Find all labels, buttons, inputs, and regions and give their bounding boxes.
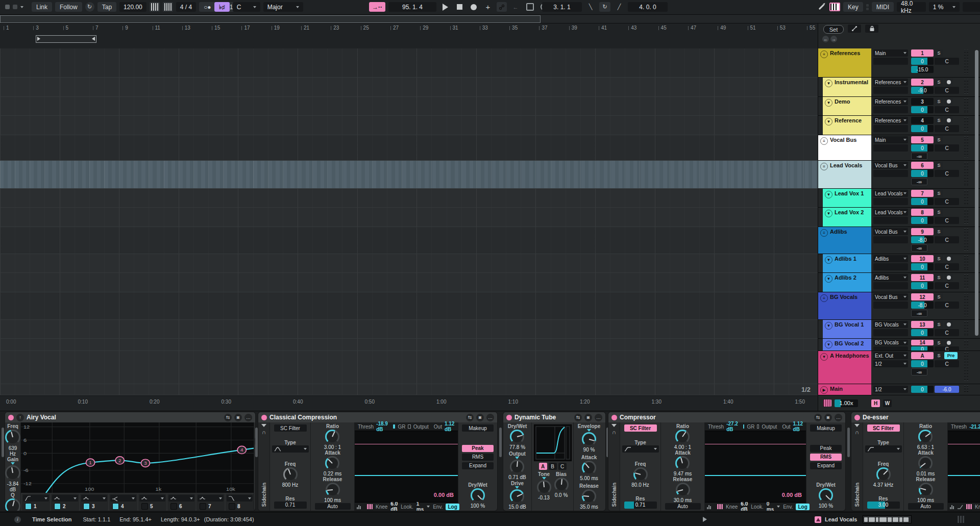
arm-button[interactable] bbox=[944, 117, 953, 124]
knee-value[interactable]: 6.0 dB bbox=[741, 501, 748, 511]
track-header-lead-vocals[interactable]: ≡Lead VocalsVocal Bus6S0C-∞ bbox=[818, 161, 980, 189]
volume-field[interactable]: 0 bbox=[911, 58, 934, 65]
output-channel-select[interactable] bbox=[873, 58, 908, 65]
activity-view-icon[interactable] bbox=[950, 504, 954, 509]
output-channel-select[interactable] bbox=[873, 106, 908, 113]
time-ruler[interactable]: 0:000:100:200:300:400:501:001:101:201:30… bbox=[0, 395, 818, 411]
track-activator[interactable]: 12 bbox=[911, 293, 934, 300]
mini-overview[interactable] bbox=[863, 515, 912, 523]
track-color-block[interactable]: ▼Demo bbox=[823, 97, 871, 115]
midi-map-button[interactable]: MIDI bbox=[872, 2, 894, 12]
track-header-instrumental[interactable]: ▼InstrumentalReferences2S-9.0C bbox=[818, 78, 980, 97]
tube-drive-value[interactable]: 15.0 dB bbox=[508, 504, 526, 510]
volume-field[interactable]: 0 bbox=[911, 360, 934, 367]
eq-gain-knob[interactable] bbox=[5, 465, 20, 481]
output-routing-select[interactable]: Main bbox=[873, 136, 908, 143]
track-name[interactable]: Vocal Bus bbox=[830, 137, 856, 143]
draw-mode-icon[interactable] bbox=[817, 2, 826, 12]
computer-midi-keyboard-icon[interactable] bbox=[829, 3, 840, 11]
track-fold-icon[interactable]: ▼ bbox=[825, 99, 832, 107]
track-name[interactable]: A Headphones bbox=[830, 353, 869, 359]
track-activator[interactable]: 10 bbox=[911, 255, 934, 262]
auto-release-toggle[interactable]: Auto bbox=[665, 503, 701, 510]
save-preset-icon[interactable]: ◙ bbox=[476, 414, 484, 421]
track-fold-icon[interactable]: ▼ bbox=[820, 353, 828, 361]
track-activator[interactable]: A bbox=[911, 352, 934, 359]
group-fold-icon[interactable]: ≡ bbox=[820, 137, 828, 145]
eq-display[interactable]: 1 2 3 4 1260-6-12 1001k10k bbox=[21, 422, 254, 493]
more-options-icon[interactable]: … bbox=[595, 414, 602, 421]
arm-button[interactable] bbox=[944, 274, 953, 281]
key-scale-select[interactable]: Major bbox=[263, 2, 303, 12]
eq-band-toggle[interactable] bbox=[112, 503, 119, 510]
track-name[interactable]: Lead Vox 2 bbox=[835, 209, 864, 215]
track-color-block[interactable]: ▼Adlibs 2 bbox=[823, 273, 871, 292]
track-fold-icon[interactable]: ▶ bbox=[820, 386, 828, 394]
save-preset-icon[interactable]: ◙ bbox=[824, 414, 832, 421]
back-to-arrangement-button[interactable]: →·· bbox=[369, 2, 385, 12]
track-color-block[interactable]: ▼BG Vocal 2 bbox=[823, 339, 871, 350]
eq-band-type-select[interactable] bbox=[198, 495, 224, 502]
hotswap-target-icon[interactable]: ↑ bbox=[16, 414, 24, 421]
stop-button[interactable] bbox=[454, 2, 465, 12]
pan-field[interactable]: C bbox=[935, 263, 959, 270]
eq-band-type-select[interactable] bbox=[52, 495, 78, 502]
track-fold-icon[interactable]: ▼ bbox=[825, 80, 832, 87]
env-mode-toggle[interactable]: Log bbox=[446, 504, 459, 510]
track-color-block[interactable]: ▼BG Vocal 1 bbox=[823, 320, 871, 338]
playback-speed-field[interactable]: 1.00x bbox=[835, 399, 858, 407]
eq-band-toggle[interactable] bbox=[229, 503, 235, 510]
tap-tempo-icon[interactable]: ↻ bbox=[85, 2, 94, 12]
rms-mode-button[interactable]: RMS bbox=[810, 454, 842, 461]
attack-value[interactable]: 9.47 ms bbox=[674, 471, 692, 477]
track-color-block[interactable]: ≡References bbox=[818, 48, 871, 77]
arm-button[interactable] bbox=[944, 79, 953, 86]
link-button[interactable]: Link bbox=[32, 2, 52, 12]
output-routing-select[interactable]: References bbox=[873, 98, 908, 105]
output-routing-select[interactable]: Lead Vocals bbox=[873, 190, 908, 197]
track-color-block[interactable]: ▼Lead Vox 1 bbox=[823, 189, 871, 207]
pan-field[interactable]: C bbox=[935, 87, 959, 94]
nudge-up-button[interactable] bbox=[163, 2, 173, 12]
output-routing-select[interactable]: Adlibs bbox=[873, 255, 908, 262]
chevron-down-icon[interactable] bbox=[20, 6, 23, 8]
release-value[interactable]: 100 ms bbox=[917, 497, 934, 503]
pan-field[interactable]: C bbox=[935, 282, 959, 289]
thresh-value[interactable]: -21.2 dB bbox=[969, 424, 980, 430]
eq-band-toggle[interactable] bbox=[200, 503, 206, 510]
sc-freq-knob[interactable] bbox=[633, 467, 648, 482]
pan-field[interactable]: C bbox=[935, 198, 959, 205]
group-fold-icon[interactable]: ≡ bbox=[820, 229, 828, 237]
output-routing-select[interactable]: References bbox=[873, 79, 908, 86]
track-name[interactable]: Lead Vox 1 bbox=[835, 190, 864, 196]
track-activator[interactable]: 4 bbox=[911, 117, 934, 124]
track-header-adlibs[interactable]: ≡AdlibsVocal Bus9S-8.0C-∞ bbox=[818, 227, 980, 254]
sc-type-select[interactable] bbox=[272, 445, 309, 453]
solo-button[interactable]: S bbox=[935, 228, 943, 235]
ratio-knob[interactable] bbox=[675, 430, 690, 444]
volume-field[interactable]: 0 bbox=[911, 198, 934, 205]
output-routing-select[interactable]: Vocal Bus bbox=[873, 162, 908, 169]
sc-filter-toggle[interactable]: SC Filter bbox=[867, 424, 900, 432]
track-activator[interactable]: 13 bbox=[911, 321, 934, 328]
arrangement-lane-a-headphones[interactable] bbox=[0, 351, 818, 384]
device-title-bar[interactable]: De-esser bbox=[851, 412, 980, 422]
track-header-adlibs-1[interactable]: ▼Adlibs 1Adlibs10S0C bbox=[818, 254, 980, 273]
output-channel-select[interactable] bbox=[873, 346, 908, 350]
nudge-down-button[interactable] bbox=[150, 2, 160, 12]
volume-field[interactable]: 0 bbox=[911, 144, 934, 152]
track-header-main[interactable]: ▶Main1/20-6.0 bbox=[818, 384, 980, 395]
solo-button[interactable]: S bbox=[935, 136, 943, 143]
ratio-value[interactable]: 6.63 : 1 bbox=[917, 444, 934, 450]
attack-knob[interactable] bbox=[325, 456, 339, 470]
expand-mode-button[interactable]: Expand bbox=[810, 462, 842, 469]
threshold-line[interactable] bbox=[948, 444, 980, 444]
eq-freq-value[interactable]: 639 Hz bbox=[5, 445, 20, 457]
output-channel-select[interactable] bbox=[873, 144, 908, 152]
arrangement-lane-vocal-bus[interactable] bbox=[0, 135, 818, 161]
sc-freq-knob[interactable] bbox=[876, 467, 891, 482]
track-header-demo[interactable]: ▼DemoReferences3S0C bbox=[818, 97, 980, 116]
tube-drywet-knob[interactable] bbox=[510, 430, 524, 444]
arrangement-lane-bg-vocal-2[interactable] bbox=[0, 339, 818, 351]
pan-field[interactable]: C bbox=[935, 125, 959, 132]
